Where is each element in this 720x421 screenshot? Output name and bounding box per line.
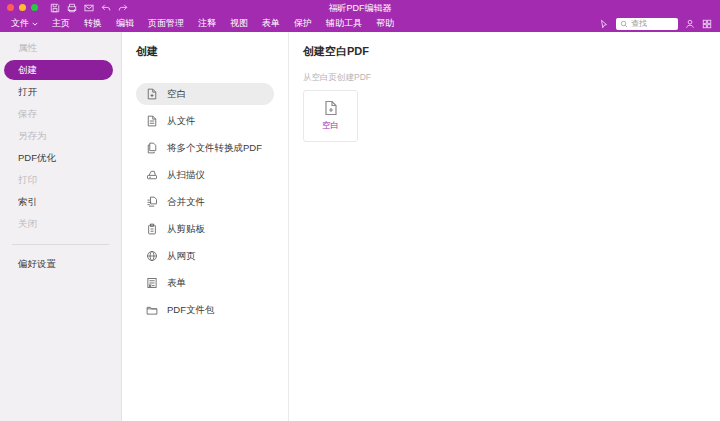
titlebar: 福昕PDF编辑器 (0, 0, 720, 15)
sidebar-item-create[interactable]: 创建 (4, 60, 113, 80)
clipboard-icon (146, 223, 158, 235)
detail-panel: 创建空白PDF 从空白页创建PDF 空白 (289, 32, 720, 421)
menu-view[interactable]: 视图 (223, 15, 255, 32)
blank-card-label: 空白 (322, 120, 339, 132)
minimize-window-button[interactable] (19, 4, 26, 11)
webpage-icon (146, 250, 158, 262)
sidebar-item-preferences[interactable]: 偏好设置 (0, 254, 121, 274)
traffic-lights (7, 4, 38, 11)
sidebar-item-save: 保存 (0, 104, 121, 124)
create-panel: 创建 空白 从文件 (122, 32, 289, 421)
blank-pdf-card[interactable]: 空白 (303, 90, 358, 142)
create-options-list: 空白 从文件 将多个文件转换成PDF (136, 83, 274, 321)
sidebar-divider (12, 244, 109, 245)
create-option-scanner[interactable]: 从扫描仪 (136, 164, 274, 186)
search-placeholder: 查找 (631, 18, 647, 29)
menu-file[interactable]: 文件 (4, 15, 45, 32)
create-option-blank[interactable]: 空白 (136, 83, 274, 105)
create-option-label: 从剪贴板 (167, 223, 205, 236)
menu-home[interactable]: 主页 (45, 15, 77, 32)
menu-accessibility[interactable]: 辅助工具 (319, 15, 369, 32)
form-icon (146, 277, 158, 289)
select-tool-icon[interactable] (599, 19, 609, 29)
create-option-label: 从文件 (167, 115, 196, 128)
sidebar-item-close: 关闭 (0, 214, 121, 234)
quick-access-toolbar (50, 3, 128, 13)
create-option-label: 合并文件 (167, 196, 205, 209)
from-file-icon (146, 115, 158, 127)
create-option-form[interactable]: 表单 (136, 272, 274, 294)
window-title: 福昕PDF编辑器 (329, 1, 392, 14)
chevron-down-icon (32, 21, 38, 27)
create-option-label: 从扫描仪 (167, 169, 205, 182)
create-option-label: PDF文件包 (167, 304, 215, 317)
zoom-window-button[interactable] (31, 4, 38, 11)
combine-files-icon (146, 196, 158, 208)
redo-icon[interactable] (118, 3, 128, 13)
create-option-portfolio[interactable]: PDF文件包 (136, 299, 274, 321)
create-option-label: 空白 (167, 88, 186, 101)
create-option-label: 将多个文件转换成PDF (167, 142, 262, 155)
sidebar-item-open[interactable]: 打开 (0, 82, 121, 102)
apps-grid-icon[interactable] (702, 19, 712, 29)
main-area: 属性 创建 打开 保存 另存为 PDF优化 打印 索引 关闭 偏好设置 创建 空… (0, 32, 720, 421)
sidebar-item-properties: 属性 (0, 38, 121, 58)
menu-convert[interactable]: 转换 (77, 15, 109, 32)
app-window: 福昕PDF编辑器 文件 主页 转换 编辑 页面管理 注释 视图 表单 保护 辅助… (0, 0, 720, 421)
menu-help[interactable]: 帮助 (369, 15, 401, 32)
search-icon (620, 20, 628, 28)
search-input[interactable]: 查找 (616, 18, 678, 30)
menu-form[interactable]: 表单 (255, 15, 287, 32)
file-sidebar: 属性 创建 打开 保存 另存为 PDF优化 打印 索引 关闭 偏好设置 (0, 32, 122, 421)
create-option-multiple-files[interactable]: 将多个文件转换成PDF (136, 137, 274, 159)
menu-comment[interactable]: 注释 (191, 15, 223, 32)
sidebar-item-index[interactable]: 索引 (0, 192, 121, 212)
create-option-clipboard[interactable]: 从剪贴板 (136, 218, 274, 240)
sidebar-item-pdf-optimize[interactable]: PDF优化 (0, 148, 121, 168)
new-page-icon (323, 100, 339, 116)
print-icon[interactable] (67, 3, 77, 13)
multiple-files-icon (146, 142, 158, 154)
menubar: 文件 主页 转换 编辑 页面管理 注释 视图 表单 保护 辅助工具 帮助 查找 (0, 15, 720, 32)
create-option-combine-files[interactable]: 合并文件 (136, 191, 274, 213)
menu-page-organize[interactable]: 页面管理 (141, 15, 191, 32)
menu-protect[interactable]: 保护 (287, 15, 319, 32)
scanner-icon (146, 169, 158, 181)
blank-page-icon (146, 88, 158, 100)
create-option-webpage[interactable]: 从网页 (136, 245, 274, 267)
user-account-icon[interactable] (685, 19, 695, 29)
sidebar-item-save-as: 另存为 (0, 126, 121, 146)
close-window-button[interactable] (7, 4, 14, 11)
create-option-from-file[interactable]: 从文件 (136, 110, 274, 132)
create-panel-title: 创建 (136, 44, 274, 59)
menu-file-label: 文件 (11, 17, 29, 30)
create-option-label: 表单 (167, 277, 186, 290)
undo-icon[interactable] (101, 3, 111, 13)
create-option-label: 从网页 (167, 250, 196, 263)
portfolio-icon (146, 304, 158, 316)
detail-subtitle: 从空白页创建PDF (303, 72, 706, 84)
menu-edit[interactable]: 编辑 (109, 15, 141, 32)
email-icon[interactable] (84, 3, 94, 13)
menubar-right: 查找 (599, 18, 712, 30)
detail-title: 创建空白PDF (303, 44, 706, 59)
save-icon[interactable] (50, 3, 60, 13)
sidebar-item-print: 打印 (0, 170, 121, 190)
